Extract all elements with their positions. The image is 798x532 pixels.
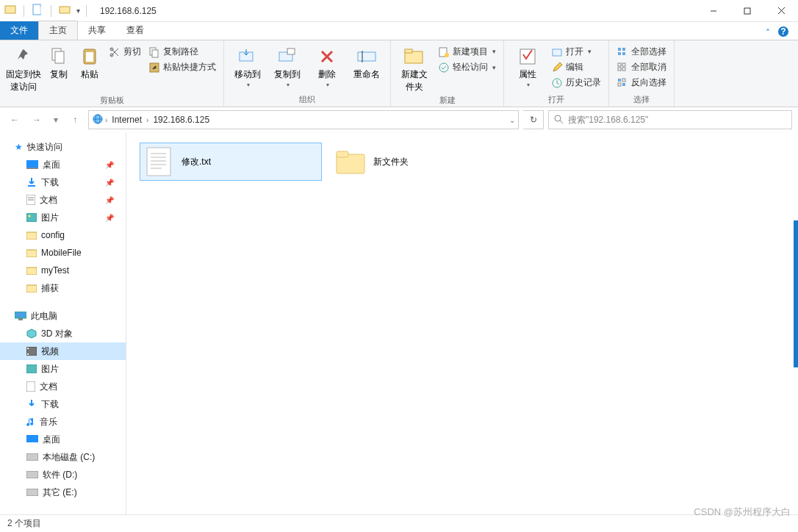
- svg-rect-4: [744, 8, 750, 14]
- newfolder-label: 新建文件夹: [399, 68, 430, 93]
- collapse-ribbon-icon[interactable]: ˄: [766, 28, 770, 38]
- ribbon-tabs: 文件 主页 共享 查看 ˄ ?: [0, 22, 798, 40]
- svg-rect-24: [405, 49, 412, 53]
- drive-icon: [26, 471, 38, 478]
- moveto-button[interactable]: 移动到▾: [230, 43, 265, 89]
- copyto-button[interactable]: 复制到▾: [270, 43, 305, 89]
- item-count: 2 个项目: [7, 517, 41, 530]
- qat-newfolder-icon[interactable]: [59, 4, 71, 18]
- back-button[interactable]: ←: [6, 111, 24, 129]
- sidebar-downloads2[interactable]: 下载: [0, 395, 126, 413]
- easyaccess-button[interactable]: 轻松访问▾: [436, 60, 497, 74]
- pasteshortcut-button[interactable]: 粘贴快捷方式: [147, 60, 218, 74]
- search-input[interactable]: 搜索"192.168.6.125": [548, 110, 792, 129]
- newfolder-button[interactable]: 新建文件夹: [397, 43, 432, 93]
- qat-dropdown-icon[interactable]: ▾: [76, 7, 80, 15]
- copypath-button[interactable]: 复制路径: [147, 45, 218, 59]
- svg-point-27: [439, 63, 448, 72]
- svg-rect-69: [26, 471, 38, 478]
- sidebar-downloads[interactable]: 下载📌: [0, 173, 126, 191]
- sidebar-capture[interactable]: 捕获: [0, 279, 126, 297]
- svg-rect-35: [618, 63, 621, 66]
- open-icon: [551, 46, 563, 58]
- up-button[interactable]: ↑: [66, 111, 84, 129]
- sidebar-videos[interactable]: 视频: [0, 342, 126, 360]
- rename-button[interactable]: 重命名: [349, 43, 384, 81]
- chevron-icon[interactable]: ›: [146, 116, 148, 124]
- chevron-icon[interactable]: ›: [105, 116, 107, 124]
- file-item-folder[interactable]: 新文件夹: [332, 143, 514, 181]
- folder-icon: [335, 146, 366, 177]
- selectnone-button[interactable]: 全部取消: [615, 60, 668, 74]
- title-sep: [86, 5, 87, 17]
- file-list[interactable]: 修改.txt 新文件夹: [126, 132, 798, 514]
- folder-icon: [26, 248, 37, 257]
- delete-button[interactable]: 删除▾: [309, 43, 345, 89]
- copy-button[interactable]: 复制: [46, 43, 72, 81]
- address-dropdown-icon[interactable]: ⌄: [509, 116, 515, 124]
- svg-rect-12: [86, 52, 93, 62]
- video-icon: [26, 347, 37, 356]
- edit-button[interactable]: 编辑: [550, 60, 603, 74]
- forward-button[interactable]: →: [28, 111, 46, 129]
- sidebar-mobilefile[interactable]: MobileFile: [0, 244, 126, 262]
- cut-button[interactable]: 剪切: [107, 45, 143, 59]
- sidebar-disk-c[interactable]: 本地磁盘 (C:): [0, 448, 126, 466]
- crumb-ip[interactable]: 192.168.6.125: [150, 113, 212, 126]
- svg-rect-67: [26, 435, 38, 442]
- svg-rect-33: [618, 52, 621, 55]
- help-icon[interactable]: ?: [777, 26, 789, 40]
- sidebar-mytest[interactable]: myTest: [0, 262, 126, 279]
- selectall-button[interactable]: 全部选择: [615, 45, 668, 59]
- open-button[interactable]: 打开▾: [550, 45, 603, 59]
- sidebar-documents2[interactable]: 文档: [0, 378, 126, 395]
- sidebar-documents[interactable]: 文档📌: [0, 191, 126, 209]
- newitem-button[interactable]: 新建项目▾: [436, 45, 497, 59]
- pin-to-quick-button[interactable]: 固定到快速访问: [6, 43, 41, 93]
- crumb-internet[interactable]: Internet: [109, 113, 145, 126]
- properties-button[interactable]: 属性▾: [510, 43, 545, 89]
- sidebar-pictures2[interactable]: 图片: [0, 360, 126, 378]
- minimize-button[interactable]: [697, 0, 730, 22]
- refresh-button[interactable]: ↻: [523, 110, 544, 129]
- sidebar-pictures[interactable]: 图片📌: [0, 209, 126, 226]
- sidebar-quick-access[interactable]: ★快速访问: [0, 138, 126, 156]
- recent-dropdown[interactable]: ▾: [50, 111, 62, 129]
- sidebar-3dobjects[interactable]: 3D 对象: [0, 325, 126, 342]
- navigation-pane[interactable]: ★快速访问 桌面📌 下载📌 文档📌 图片📌 config MobileFile …: [0, 132, 126, 514]
- history-button[interactable]: 历史记录: [550, 76, 603, 90]
- svg-rect-40: [622, 79, 625, 82]
- sidebar-thispc[interactable]: 此电脑: [0, 307, 126, 325]
- svg-rect-54: [26, 213, 37, 222]
- qat-properties-icon[interactable]: [32, 4, 43, 18]
- newitem-icon: [438, 46, 450, 58]
- pictures-icon: [26, 213, 37, 222]
- sidebar-disk-e[interactable]: 其它 (E:): [0, 484, 126, 501]
- path-icon: [148, 46, 160, 58]
- svg-rect-36: [622, 63, 625, 66]
- copyto-icon: [277, 46, 298, 67]
- address-bar[interactable]: › Internet › 192.168.6.125 ⌄: [88, 110, 519, 129]
- invert-button[interactable]: 反向选择: [615, 76, 668, 90]
- desktop-icon: [26, 435, 38, 444]
- svg-point-26: [445, 53, 449, 57]
- svg-rect-70: [26, 489, 38, 496]
- svg-rect-37: [618, 68, 621, 71]
- qat-sep: [24, 5, 24, 17]
- tab-home[interactable]: 主页: [38, 21, 78, 40]
- tab-share[interactable]: 共享: [78, 21, 116, 40]
- sidebar-music[interactable]: 音乐: [0, 413, 126, 431]
- close-button[interactable]: [764, 0, 798, 22]
- sidebar-desktop[interactable]: 桌面📌: [0, 156, 126, 173]
- sidebar-desktop2[interactable]: 桌面: [0, 431, 126, 448]
- file-item-txt[interactable]: 修改.txt: [140, 143, 322, 181]
- svg-rect-71: [147, 148, 170, 176]
- maximize-button[interactable]: [730, 0, 764, 22]
- tab-view[interactable]: 查看: [116, 21, 154, 40]
- sidebar-disk-d[interactable]: 软件 (D:): [0, 466, 126, 484]
- tab-file[interactable]: 文件: [0, 21, 38, 40]
- sidebar-config[interactable]: config: [0, 226, 126, 244]
- copy-icon: [49, 47, 68, 66]
- status-bar: 2 个项目: [0, 514, 798, 532]
- paste-button[interactable]: 粘贴: [76, 43, 103, 81]
